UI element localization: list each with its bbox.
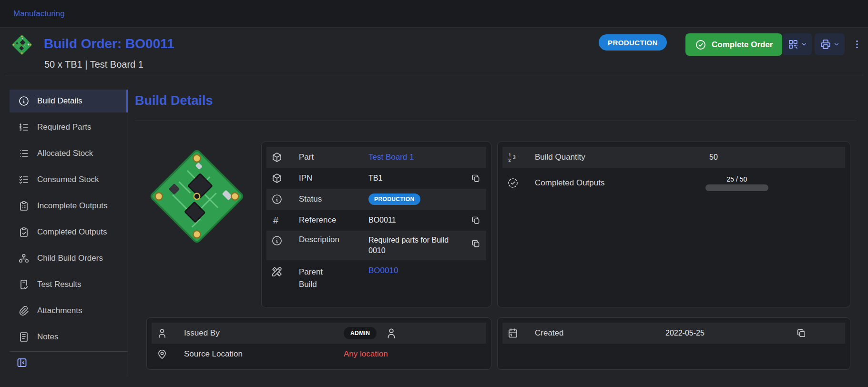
detail-value: 2022-05-25 <box>662 329 788 337</box>
sidebar-item-label: Build Details <box>37 96 82 106</box>
part-link[interactable]: Test Board 1 <box>368 153 414 162</box>
sidebar-item-label: Consumed Stock <box>37 175 99 184</box>
box-icon <box>271 152 293 163</box>
panel-divider <box>135 121 857 121</box>
pcb-thumbnail-image <box>10 32 34 57</box>
source-location-value: Any location <box>340 349 486 359</box>
user-avatar-icon <box>385 327 398 339</box>
sidebar-item-completed-outputs[interactable]: Completed Outputs <box>10 221 128 244</box>
page-title: Build Order: BO0011 <box>44 36 174 51</box>
created-details-card: Created 2022-05-25 <box>497 317 850 370</box>
copy-icon <box>471 173 480 183</box>
complete-order-button[interactable]: Complete Order <box>685 33 782 56</box>
sidebar-item-label: Notes <box>37 332 58 342</box>
breadcrumb: Manufacturing <box>0 0 868 28</box>
sidebar-item-label: Attachments <box>37 306 82 316</box>
detail-label: Created <box>529 328 662 338</box>
detail-row-reference: Reference BO0011 <box>266 210 486 231</box>
numbers-123-icon <box>507 152 529 163</box>
detail-label: Part <box>293 153 365 162</box>
qr-code-icon <box>787 39 799 50</box>
more-actions-button[interactable] <box>849 33 865 55</box>
hash-icon <box>271 214 293 226</box>
detail-label: Issued By <box>178 328 340 338</box>
breadcrumb-link-manufacturing[interactable]: Manufacturing <box>13 9 65 19</box>
printer-icon <box>820 39 831 50</box>
sidebar-item-attachments[interactable]: Attachments <box>10 299 128 322</box>
detail-label: Status <box>293 194 365 204</box>
info-circle-icon <box>18 95 30 107</box>
detail-label: Description <box>293 235 365 244</box>
sidebar-item-consumed-stock[interactable]: Consumed Stock <box>10 168 128 191</box>
check-circle-icon <box>695 39 706 51</box>
user-icon <box>156 327 178 339</box>
sidebar-item-allocated-stock[interactable]: Allocated Stock <box>10 142 128 165</box>
detail-row-parent-build: Parent Build BO0010 <box>266 260 486 301</box>
status-badge-small: PRODUCTION <box>368 194 420 205</box>
sidebar-item-incomplete-outputs[interactable]: Incomplete Outputs <box>10 194 128 217</box>
file-check-icon <box>18 279 30 290</box>
copy-button[interactable] <box>465 170 486 187</box>
part-image[interactable] <box>140 139 254 254</box>
info-circle-icon <box>271 194 293 205</box>
build-quantity-card: Build Quantity 50 Completed Outputs 25 /… <box>497 142 850 307</box>
detail-value: BO0011 <box>365 216 465 224</box>
detail-row-ipn: IPN TB1 <box>266 168 486 189</box>
print-actions-button[interactable] <box>815 33 845 55</box>
copy-icon <box>796 328 807 338</box>
detail-row-created: Created 2022-05-25 <box>502 323 845 344</box>
copy-button[interactable] <box>788 325 815 342</box>
part-details-card: Part Test Board 1 IPN TB1 Status PRODUCT… <box>261 142 491 307</box>
detail-label: Source Location <box>178 349 340 359</box>
copy-icon <box>471 239 480 248</box>
status-badge: PRODUCTION <box>599 34 667 51</box>
detail-label: IPN <box>293 173 365 183</box>
sidebar-item-label: Required Parts <box>37 122 91 132</box>
page-subtitle: 50 x TB1 | Test Board 1 <box>44 59 143 70</box>
detail-row-status: Status PRODUCTION <box>266 189 486 210</box>
barcode-actions-button[interactable] <box>782 33 812 55</box>
copy-icon <box>471 215 480 225</box>
chevron-down-icon <box>833 41 840 48</box>
sidebar-item-child-build-orders[interactable]: Child Build Orders <box>10 247 128 270</box>
sidebar-item-label: Test Results <box>37 280 82 289</box>
admin-badge: ADMIN <box>344 327 377 339</box>
sidebar-item-notes[interactable]: Notes <box>10 326 128 348</box>
progress-label: 25 / 50 <box>727 175 747 183</box>
sidebar-item-label: Completed Outputs <box>37 227 107 237</box>
issue-details-card: Issued By ADMIN Source Location Any loca… <box>146 317 491 370</box>
copy-button[interactable] <box>465 235 486 252</box>
sitemap-icon <box>18 253 30 264</box>
sidebar-item-label: Incomplete Outputs <box>37 201 107 211</box>
sidebar-item-test-results[interactable]: Test Results <box>10 273 128 296</box>
detail-row-description: Description Required parts for Build 001… <box>266 231 486 260</box>
detail-value: TB1 <box>365 174 465 183</box>
detail-label: Parent Build <box>299 266 326 291</box>
detail-row-part: Part Test Board 1 <box>266 147 486 168</box>
map-pin-icon <box>156 348 178 360</box>
clipboard-list-icon <box>18 200 30 212</box>
info-circle-icon <box>271 235 293 246</box>
detail-row-completed-outputs: Completed Outputs 25 / 50 <box>502 168 845 198</box>
sidebar-collapse-icon <box>16 357 28 368</box>
chevron-down-icon <box>801 41 807 48</box>
paperclip-icon <box>18 305 30 316</box>
parent-build-link[interactable]: BO0010 <box>368 266 398 275</box>
complete-order-label: Complete Order <box>712 40 773 50</box>
detail-value: Required parts for Build 0010 <box>365 235 449 256</box>
completed-outputs-progress: 25 / 50 <box>705 173 768 194</box>
sidebar-item-build-details[interactable]: Build Details <box>10 90 128 112</box>
sidebar-footer-divider <box>10 351 128 352</box>
part-thumbnail[interactable] <box>10 32 34 57</box>
copy-button[interactable] <box>465 212 486 229</box>
sidebar-collapse-button[interactable] <box>16 354 35 372</box>
pcb-photo <box>140 139 254 254</box>
detail-label: Build Quantity <box>529 153 705 162</box>
progress-track <box>705 184 768 191</box>
detail-label: Reference <box>293 215 365 225</box>
list-numbers-icon <box>18 122 30 133</box>
sidebar-item-required-parts[interactable]: Required Parts <box>10 116 128 139</box>
box-icon <box>271 173 293 184</box>
detail-row-build-quantity: Build Quantity 50 <box>502 147 845 168</box>
header-divider <box>5 75 863 75</box>
